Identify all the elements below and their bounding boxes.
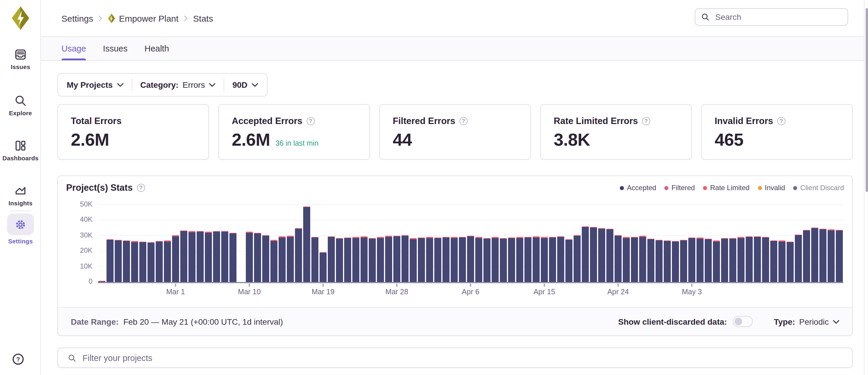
help-icon[interactable]: ?: [137, 184, 145, 192]
chart-bar[interactable]: [795, 234, 802, 282]
chart-bar[interactable]: [434, 238, 441, 282]
chart-bar[interactable]: [180, 230, 187, 282]
legend-item-filtered[interactable]: Filtered: [664, 184, 695, 192]
chart-bar[interactable]: [713, 241, 720, 282]
chart-bar[interactable]: [762, 237, 769, 282]
sidebar-item-settings[interactable]: Settings: [0, 214, 41, 245]
tab-usage[interactable]: Usage: [61, 37, 86, 60]
chart-bar[interactable]: [254, 233, 261, 282]
search-input[interactable]: [714, 12, 831, 22]
chart-bar[interactable]: [549, 237, 556, 282]
chart-bar[interactable]: [680, 240, 687, 282]
type-dropdown[interactable]: Type: Periodic: [774, 317, 839, 326]
legend-item-invalid[interactable]: Invalid: [758, 184, 785, 192]
projects-filter-dropdown[interactable]: My Projects: [67, 80, 123, 90]
chart-bar[interactable]: [344, 238, 351, 282]
chart-bar[interactable]: [221, 231, 228, 282]
chart-bar[interactable]: [106, 239, 114, 282]
chart-bar[interactable]: [123, 241, 130, 282]
chart-bar[interactable]: [213, 231, 220, 282]
help-icon[interactable]: ?: [306, 117, 315, 125]
chart-bar[interactable]: [623, 237, 630, 282]
help-button[interactable]: ?: [12, 353, 25, 366]
chart-bar[interactable]: [778, 241, 785, 282]
chart-bar[interactable]: [754, 236, 761, 282]
help-icon[interactable]: ?: [460, 117, 468, 125]
sidebar-item-explore[interactable]: Explore: [0, 94, 41, 117]
chart-bar[interactable]: [377, 237, 384, 282]
chart-bar[interactable]: [336, 238, 343, 282]
chart-bar[interactable]: [500, 238, 507, 282]
chart-bar[interactable]: [639, 236, 646, 282]
chart-bar[interactable]: [475, 237, 482, 282]
chart-bar[interactable]: [402, 235, 408, 282]
chart-bar[interactable]: [287, 236, 294, 282]
project-filter-input[interactable]: [81, 352, 852, 363]
chart-bar[interactable]: [533, 237, 540, 282]
chart-bar[interactable]: [484, 238, 491, 282]
chart-bar[interactable]: [426, 237, 433, 282]
category-filter-dropdown[interactable]: Category: Errors: [140, 80, 215, 90]
chart-bar[interactable]: [565, 239, 572, 282]
chart-bar[interactable]: [836, 230, 843, 282]
chart-bar[interactable]: [156, 241, 163, 282]
chart-bar[interactable]: [828, 229, 835, 282]
chart-bar[interactable]: [418, 238, 425, 282]
chart-bar[interactable]: [696, 238, 704, 282]
chart-bar[interactable]: [188, 231, 195, 282]
chart-bar[interactable]: [647, 239, 654, 282]
legend-item-client-discard[interactable]: Client Discard: [794, 184, 844, 192]
chart-bar[interactable]: [787, 241, 794, 282]
breadcrumb-org[interactable]: Empower Plant: [108, 13, 178, 23]
chart-bar[interactable]: [442, 237, 450, 282]
chart-bar[interactable]: [541, 237, 548, 282]
chart-bar[interactable]: [664, 241, 671, 282]
chart-bar[interactable]: [516, 237, 523, 282]
legend-item-accepted[interactable]: Accepted: [620, 184, 656, 192]
chart-bar[interactable]: [574, 235, 581, 282]
chart-bar[interactable]: [738, 237, 744, 282]
chart-bar[interactable]: [770, 240, 777, 282]
chart-bar[interactable]: [279, 237, 286, 282]
chart-bar[interactable]: [262, 235, 269, 282]
help-icon[interactable]: ?: [642, 117, 650, 125]
chart-bar[interactable]: [205, 232, 212, 282]
chart-bar[interactable]: [524, 237, 531, 282]
sidebar-item-issues[interactable]: Issues: [0, 48, 41, 70]
chart-bar[interactable]: [598, 228, 605, 282]
tab-issues[interactable]: Issues: [103, 37, 128, 60]
chart-bar[interactable]: [729, 238, 736, 282]
chart-bar[interactable]: [508, 238, 515, 282]
chart-bar[interactable]: [115, 240, 122, 282]
chart-bar[interactable]: [319, 252, 327, 282]
chart-bar[interactable]: [164, 241, 171, 282]
date-range-dropdown[interactable]: 90D: [232, 80, 258, 90]
chart-bar[interactable]: [467, 236, 474, 282]
chart-bar[interactable]: [451, 237, 458, 282]
chart-bar[interactable]: [352, 237, 360, 282]
scrollbar-thumb[interactable]: [865, 8, 868, 192]
chart-bar[interactable]: [615, 235, 622, 282]
scrollbar-track[interactable]: [864, 0, 868, 375]
chart-bar[interactable]: [311, 237, 318, 282]
chart-bar[interactable]: [393, 236, 400, 282]
sidebar-item-insights[interactable]: Insights: [0, 184, 41, 207]
chart-bar[interactable]: [492, 237, 499, 282]
chart-bar[interactable]: [385, 236, 392, 282]
chart-bar[interactable]: [803, 230, 810, 282]
chart-bar[interactable]: [672, 241, 679, 282]
chart-bar[interactable]: [582, 226, 589, 282]
breadcrumb-settings[interactable]: Settings: [61, 13, 93, 23]
chart-bar[interactable]: [410, 239, 417, 282]
chart-bar[interactable]: [819, 229, 827, 282]
chart-bar[interactable]: [811, 227, 818, 282]
sidebar-item-dashboards[interactable]: Dashboards: [0, 139, 41, 161]
chart-bar[interactable]: [369, 238, 376, 282]
chart-bar[interactable]: [303, 207, 310, 282]
chart-bar[interactable]: [139, 242, 146, 282]
chart-bar[interactable]: [98, 281, 105, 282]
chart-bar[interactable]: [197, 231, 204, 282]
chart-bar[interactable]: [557, 236, 564, 282]
client-discard-toggle[interactable]: [733, 316, 753, 327]
chart-bar[interactable]: [172, 236, 179, 282]
